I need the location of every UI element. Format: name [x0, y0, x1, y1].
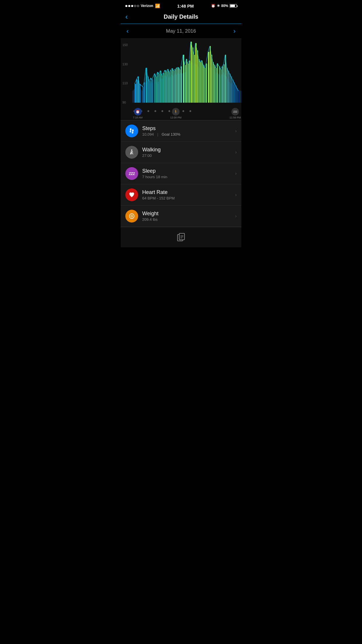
- chart-y-labels: 150 130 110 90: [122, 39, 128, 108]
- chart-bar: [160, 71, 161, 103]
- chart-bar: [211, 55, 212, 103]
- bottom-tab-bar: [121, 227, 241, 247]
- chart-bar: [221, 69, 222, 103]
- chart-bar: [162, 75, 163, 103]
- chart-bar: [163, 73, 164, 103]
- footsteps-svg: [129, 128, 135, 134]
- zzz-label: ZZZ: [129, 172, 135, 176]
- steps-value: 10,094: [142, 132, 154, 136]
- sleep-text: Sleep 7 hours 18 min: [142, 168, 235, 179]
- sleep-sub: 7 hours 18 min: [142, 175, 235, 179]
- battery-icon: [230, 4, 237, 8]
- heartrate-item[interactable]: Heart Rate 64 BPM - 152 BPM ›: [121, 184, 241, 206]
- dot-1: [125, 5, 127, 7]
- walk-marker: 🚶 12:00 PM: [170, 108, 182, 119]
- chart-bar: [194, 55, 195, 103]
- back-chevron-icon: ‹: [125, 12, 128, 21]
- walking-title: Walking: [142, 147, 235, 153]
- chart-bar: [195, 43, 196, 103]
- svg-point-2: [130, 130, 131, 132]
- date-nav: ‹ May 11, 2016 ›: [121, 24, 241, 39]
- svg-point-3: [132, 132, 133, 134]
- steps-title: Steps: [142, 125, 235, 132]
- chart-bar: [168, 69, 168, 103]
- weight-chevron-icon: ›: [235, 214, 237, 219]
- svg-rect-9: [179, 233, 184, 240]
- chart-bar: [234, 82, 235, 103]
- signal-dots: [125, 5, 139, 7]
- svg-point-0: [130, 128, 132, 130]
- next-date-button[interactable]: ›: [233, 27, 236, 35]
- status-right: ⏰ ✳ 80%: [211, 4, 237, 8]
- wake-time: 7:10 AM: [133, 116, 143, 119]
- steps-item[interactable]: Steps 10,094 | Goal 130% ›: [121, 120, 241, 142]
- chart-bar: [238, 91, 240, 103]
- walk-circle: 🚶: [172, 108, 180, 116]
- back-button[interactable]: ‹: [125, 12, 128, 21]
- battery-fill: [230, 5, 235, 7]
- chart-bar: [213, 62, 214, 103]
- sleep-chevron-icon: ›: [235, 171, 237, 176]
- walking-sub: 27:00: [142, 153, 235, 158]
- chart-bar: [197, 50, 198, 103]
- sleep-title: Sleep: [142, 168, 235, 174]
- chart-timeline: ⏰ 7:10 AM 🚶 12:00 PM ZZZ 11:56 PM: [132, 108, 241, 120]
- weight-text: Weight 209.4 lbs: [142, 211, 235, 222]
- walking-item[interactable]: Walking 27:00 ›: [121, 142, 241, 163]
- carrier-label: Verizon: [141, 4, 153, 8]
- weight-sub: 209.4 lbs: [142, 217, 235, 222]
- current-date: May 11, 2016: [166, 28, 196, 34]
- steps-sub: 10,094 | Goal 130%: [142, 132, 235, 136]
- chart-bar: [236, 85, 236, 103]
- chart-bar: [200, 62, 201, 103]
- chart-bar: [205, 68, 205, 103]
- chart-bar: [135, 84, 136, 103]
- wifi-icon: 📶: [155, 4, 160, 8]
- steps-goal: Goal 130%: [161, 132, 180, 136]
- chart-bar: [157, 72, 158, 103]
- wake-marker: ⏰ 7:10 AM: [133, 108, 143, 119]
- documents-icon: [176, 232, 186, 242]
- steps-icon: [125, 125, 138, 137]
- prev-date-button[interactable]: ‹: [126, 27, 129, 35]
- chart-bar: [177, 68, 178, 103]
- heartrate-icon: [125, 188, 138, 201]
- status-left: Verizon 📶: [125, 4, 160, 8]
- sleep-item[interactable]: ZZZ Sleep 7 hours 18 min ›: [121, 163, 241, 184]
- chart-bar: [171, 70, 171, 103]
- documents-tab[interactable]: [176, 232, 186, 243]
- walking-icon: [125, 146, 138, 159]
- heartrate-text: Heart Rate 64 BPM - 152 BPM: [142, 189, 235, 200]
- bluetooth-icon: ✳: [217, 4, 220, 8]
- chart-bar: [210, 46, 211, 103]
- heartrate-chevron-icon: ›: [235, 192, 237, 197]
- chart-bar: [143, 87, 143, 103]
- chart-bar: [172, 69, 173, 103]
- chart-bar: [189, 61, 190, 103]
- weight-item[interactable]: Weight 209.4 lbs ›: [121, 206, 241, 227]
- chart-bar: [228, 71, 229, 103]
- sleep-time: 11:56 PM: [229, 116, 241, 119]
- weight-title: Weight: [142, 211, 235, 217]
- chart-bar: [233, 79, 233, 103]
- heart-svg: [129, 192, 135, 198]
- alarm-circle: ⏰: [134, 108, 142, 116]
- svg-point-4: [131, 149, 132, 150]
- chart-bar: [152, 79, 153, 103]
- chart-bar: [136, 79, 137, 103]
- chart-bar: [191, 42, 192, 103]
- heart-rate-chart: 150 130 110 90: [121, 39, 241, 120]
- chart-svg: [132, 39, 241, 108]
- chart-bar: [224, 64, 224, 103]
- weight-svg: [129, 213, 135, 219]
- chart-bar: [185, 65, 186, 103]
- steps-chevron-icon: ›: [235, 128, 237, 134]
- chart-bar: [178, 67, 179, 103]
- walking-value: 27:00: [142, 153, 152, 158]
- chart-bar: [231, 76, 232, 103]
- sleep-icon-circle: ZZZ: [125, 167, 138, 180]
- dot-2: [128, 5, 130, 7]
- chart-bar: [165, 70, 166, 103]
- sleep-marker: ZZZ 11:56 PM: [229, 108, 241, 119]
- heartrate-title: Heart Rate: [142, 189, 235, 195]
